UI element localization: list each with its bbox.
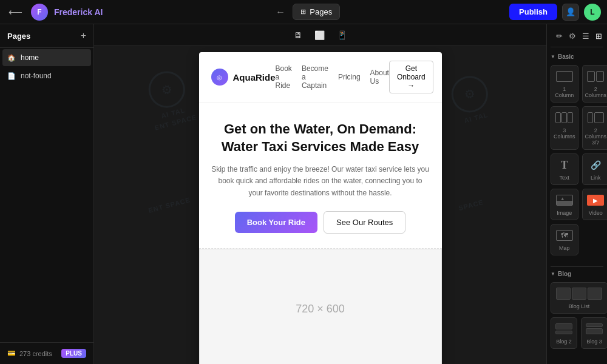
- see-routes-button[interactable]: See Our Routes: [324, 211, 405, 234]
- sidebar-item-home[interactable]: 🏠 home: [2, 49, 91, 66]
- blog-block-3[interactable]: Blog 3: [581, 317, 607, 349]
- hero-buttons: Book Your Ride See Our Routes: [211, 211, 430, 234]
- nav-link-pricing[interactable]: Pricing: [338, 73, 361, 81]
- panel-divider: [551, 266, 603, 267]
- block-label-image: Image: [557, 210, 572, 216]
- block-1-column[interactable]: 1 Column: [551, 65, 578, 103]
- sidebar-item-label-home: home: [21, 53, 39, 62]
- image-placeholder: 720 × 600: [199, 249, 442, 364]
- blog-block-label-2: Blog 2: [556, 339, 572, 345]
- top-bar-left: ⟵ F Frederick AI: [6, 4, 103, 21]
- hero-title: Get on the Water, On Demand: Water Taxi …: [211, 121, 430, 155]
- block-label-col23: 2 Columns 3/7: [585, 127, 607, 146]
- col3-icon: [554, 110, 575, 125]
- preview-hero: Get on the Water, On Demand: Water Taxi …: [199, 103, 442, 249]
- blog-wide-icon: [554, 286, 605, 301]
- block-label-col3: 3 Columns: [554, 127, 575, 140]
- app-name-text: Frederick: [54, 7, 92, 17]
- watermark-circle: ⚙: [144, 67, 189, 112]
- blog-block-2[interactable]: Blog 2: [551, 317, 577, 349]
- block-grid-basic: 1 Column 2 Columns 3 Columns: [551, 65, 603, 255]
- block-label-map: Map: [559, 245, 570, 251]
- link-icon: 🔗: [585, 158, 606, 172]
- page-preview: ◎ AquaRide Book a Ride Become a Captain …: [199, 52, 442, 364]
- collapse-button[interactable]: ⟵: [6, 4, 25, 20]
- top-bar-right: Publish 👤 L: [509, 4, 601, 21]
- block-link[interactable]: 🔗 Link: [582, 153, 607, 185]
- pen-tool[interactable]: ✏: [555, 30, 564, 42]
- preview-nav: ◎ AquaRide Book a Ride Become a Captain …: [199, 52, 442, 103]
- sidebar-title: Pages: [7, 32, 30, 41]
- plus-badge: PLUS: [61, 349, 86, 358]
- section-basic-label: Basic: [551, 53, 603, 60]
- col23-icon: [585, 110, 606, 125]
- main-layout: Pages + 🏠 home 📄 not-found 💳 273 credits…: [0, 24, 607, 364]
- app-logo: F: [31, 4, 48, 21]
- block-video[interactable]: ▶ Video: [582, 189, 607, 220]
- grid-tool[interactable]: ⊞: [594, 30, 603, 42]
- preview-nav-links: Book a Ride Become a Captain Pricing Abo…: [276, 64, 389, 90]
- sidebar-item-label-not-found: not-found: [21, 72, 52, 80]
- get-onboard-button[interactable]: Get Onboard →: [389, 61, 433, 93]
- mobile-view-button[interactable]: 📱: [334, 28, 350, 42]
- settings-tool[interactable]: ⚙: [568, 30, 577, 42]
- right-panel-toolbar: ✏ ⚙ ☰ ⊞: [551, 30, 603, 47]
- blog-block-label-1: Blog List: [569, 303, 590, 309]
- blog-block-label-3: Blog 3: [586, 339, 602, 345]
- user-icon-button[interactable]: 👤: [562, 4, 579, 21]
- app-name: Frederick AI: [54, 7, 103, 17]
- book-ride-button[interactable]: Book Your Ride: [235, 212, 317, 233]
- block-label-col1: 1 Column: [554, 86, 575, 98]
- right-panel: ✏ ⚙ ☰ ⊞ Basic 1 Column 2 Columns: [546, 24, 607, 364]
- block-grid-blog: Blog List Blog 2 Blog 3: [551, 282, 603, 349]
- image-placeholder-text: 720 × 600: [296, 303, 345, 315]
- image-icon: [554, 193, 575, 207]
- hero-subtitle: Skip the traffic and enjoy the breeze! O…: [211, 164, 430, 199]
- block-2-columns-37[interactable]: 2 Columns 3/7: [582, 106, 607, 150]
- pages-tab[interactable]: ⊞ Pages: [293, 4, 340, 20]
- sidebar: Pages + 🏠 home 📄 not-found 💳 273 credits…: [0, 24, 94, 364]
- nav-link-about[interactable]: About Us: [370, 69, 389, 86]
- app-name-accent: AI: [92, 7, 103, 17]
- tablet-view-button[interactable]: ⬜: [312, 28, 327, 42]
- list-tool[interactable]: ☰: [581, 30, 591, 42]
- page-icon: 📄: [7, 72, 16, 80]
- add-page-button[interactable]: +: [81, 30, 86, 41]
- nav-link-book[interactable]: Book a Ride: [276, 64, 292, 90]
- nav-link-captain[interactable]: Become a Captain: [302, 64, 328, 90]
- col1-icon: [554, 69, 575, 84]
- block-2-columns[interactable]: 2 Columns: [582, 65, 607, 103]
- blog-block-1[interactable]: Blog List: [551, 282, 607, 314]
- publish-button[interactable]: Publish: [509, 4, 557, 20]
- sidebar-item-not-found[interactable]: 📄 not-found: [0, 67, 93, 84]
- sidebar-header: Pages +: [0, 24, 93, 48]
- block-3-columns[interactable]: 3 Columns: [551, 106, 578, 150]
- back-button[interactable]: ←: [272, 4, 289, 20]
- block-label-link: Link: [591, 175, 601, 181]
- blog-wide2-icon: [584, 322, 605, 336]
- block-map[interactable]: 🗺 Map: [551, 224, 578, 255]
- map-icon: 🗺: [554, 228, 575, 243]
- canvas-body: ⚙ AI TAL ENT SPACE AI TALENT SPACE ⚙ AI …: [94, 46, 546, 364]
- desktop-view-button[interactable]: 🖥: [291, 28, 305, 42]
- credits-count: 273 credits: [19, 350, 52, 357]
- blog-half-icon: [554, 322, 574, 336]
- avatar-button[interactable]: L: [584, 4, 601, 21]
- col2-icon: [585, 69, 606, 84]
- pages-tab-label: Pages: [310, 7, 332, 16]
- pages-icon: ⊞: [300, 8, 306, 16]
- block-image[interactable]: Image: [551, 189, 578, 220]
- canvas-toolbar: 🖥 ⬜ 📱: [94, 24, 546, 46]
- block-label-col2: 2 Columns: [585, 86, 607, 98]
- credits-info: 💳 273 credits: [7, 349, 52, 357]
- block-text[interactable]: T Text: [551, 153, 578, 185]
- watermark-circle: ⚙: [447, 72, 492, 116]
- sidebar-footer: 💳 273 credits PLUS: [0, 342, 93, 364]
- preview-logo-icon: ◎: [211, 69, 228, 86]
- canvas-area: 🖥 ⬜ 📱 ⚙ AI TAL ENT SPACE AI TALENT SPACE…: [94, 24, 546, 364]
- preview-logo: ◎ AquaRide: [211, 69, 276, 86]
- video-icon: ▶: [585, 193, 606, 207]
- section-blog-label: Blog: [551, 271, 603, 277]
- home-icon: 🏠: [7, 54, 16, 62]
- top-bar-center: ← ⊞ Pages: [272, 4, 340, 20]
